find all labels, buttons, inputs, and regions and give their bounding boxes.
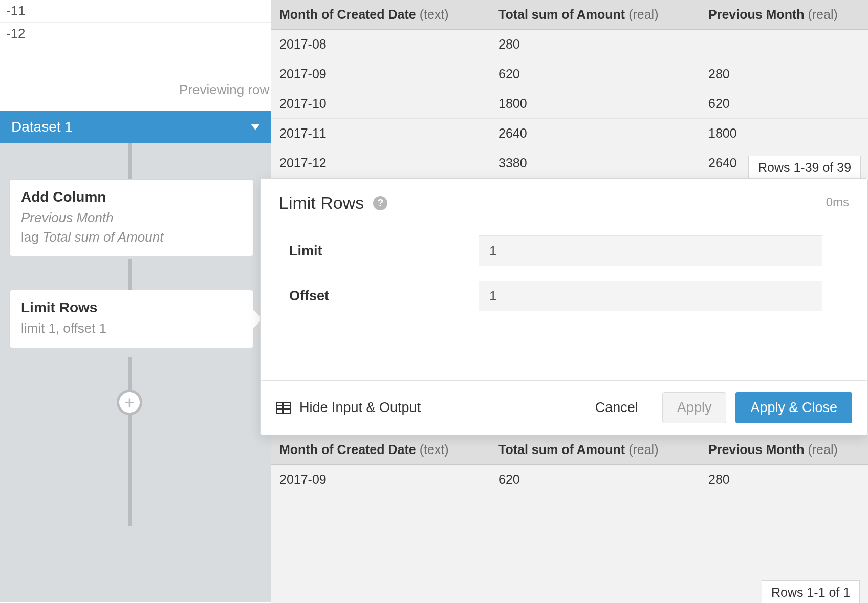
node-subtitle: limit 1, offset 1 <box>21 319 242 338</box>
chevron-down-icon <box>251 124 260 130</box>
pipeline-connector <box>128 414 132 526</box>
input-table: Month of Created Date (text) Total sum o… <box>271 0 868 178</box>
node-title: Limit Rows <box>21 299 242 316</box>
upper-list-item[interactable]: -12 <box>0 23 271 45</box>
column-header[interactable]: Month of Created Date (text) <box>271 0 490 30</box>
limit-input[interactable] <box>479 235 822 266</box>
table-row[interactable]: 2017-09620280 <box>271 59 868 89</box>
apply-button[interactable]: Apply <box>662 392 727 423</box>
column-header[interactable]: Previous Month (real) <box>700 0 868 30</box>
node-subtitle-prefix: lag <box>21 229 42 245</box>
node-subtitle-em: Total sum of Amount <box>42 229 164 245</box>
rows-count-badge: Rows 1-39 of 39 <box>748 156 861 180</box>
toggle-io-button[interactable]: Hide Input & Output <box>276 400 421 416</box>
pipeline-node-add-column[interactable]: Add Column Previous Month lag Total sum … <box>9 179 254 256</box>
rows-count-badge: Rows 1-1 of 1 <box>762 580 860 603</box>
table-icon <box>276 402 291 414</box>
pipeline-node-limit-rows[interactable]: Limit Rows limit 1, offset 1 <box>9 290 254 348</box>
offset-input[interactable] <box>479 281 822 311</box>
column-header[interactable]: Total sum of Amount (real) <box>490 0 700 30</box>
column-header[interactable]: Total sum of Amount (real) <box>490 435 700 465</box>
help-icon[interactable]: ? <box>373 196 387 210</box>
table-row[interactable]: 2017-09620280 <box>271 465 868 494</box>
limit-label: Limit <box>289 243 479 259</box>
dataset-header[interactable]: Dataset 1 <box>0 111 271 143</box>
panel-title: Limit Rows <box>279 193 364 213</box>
table-row[interactable]: 2017-08280 <box>271 30 868 59</box>
column-header[interactable]: Month of Created Date (text) <box>271 435 490 465</box>
previewing-label: Previewing row <box>179 82 269 98</box>
node-subtitle: Previous Month <box>21 210 114 225</box>
dataset-title: Dataset 1 <box>11 119 73 135</box>
offset-label: Offset <box>289 288 479 304</box>
pipeline-connector <box>128 259 132 290</box>
output-table: Month of Created Date (text) Total sum o… <box>271 435 868 494</box>
table-row[interactable]: 2017-101800620 <box>271 89 868 119</box>
node-title: Add Column <box>21 189 242 205</box>
pipeline-connector <box>128 143 132 180</box>
cancel-button[interactable]: Cancel <box>580 392 653 423</box>
execution-time: 0ms <box>826 195 849 209</box>
limit-rows-panel: Limit Rows ? 0ms Limit Offset Hide Input… <box>260 178 868 435</box>
toggle-io-label: Hide Input & Output <box>299 400 421 416</box>
upper-list: -11 -12 <box>0 0 271 45</box>
column-header[interactable]: Previous Month (real) <box>700 435 868 465</box>
add-step-button[interactable]: + <box>117 390 142 415</box>
upper-list-item[interactable]: -11 <box>0 0 271 23</box>
pipeline-panel: Dataset 1 Add Column Previous Month lag … <box>0 111 271 602</box>
table-row[interactable]: 2017-1126401800 <box>271 119 868 148</box>
apply-close-button[interactable]: Apply & Close <box>735 392 852 423</box>
